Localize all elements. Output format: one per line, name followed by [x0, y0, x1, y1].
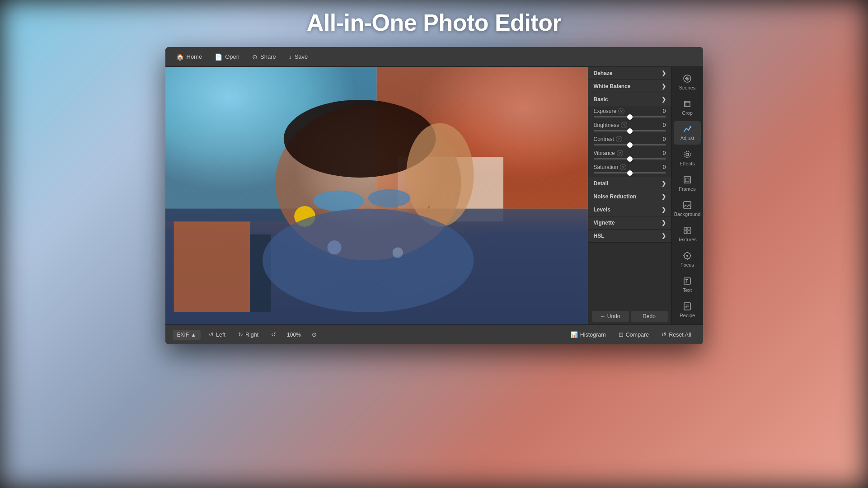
frames-icon: [683, 175, 692, 184]
vibrance-slider[interactable]: [594, 158, 666, 160]
effects-button[interactable]: Effects: [674, 146, 701, 170]
wb-chevron: ❯: [662, 83, 666, 89]
reset-icon: ↺: [662, 331, 666, 338]
brightness-slider[interactable]: [594, 130, 666, 131]
undo-redo-bar: ← Undo Redo: [588, 308, 671, 324]
saturation-thumb[interactable]: [627, 170, 633, 176]
toolbar: 🏠 Home 📄 Open ⊙ Share ↓ Save: [165, 47, 703, 67]
svg-rect-31: [688, 231, 690, 234]
zoom-display: 100%: [284, 332, 304, 338]
reset-all-button[interactable]: ↺ Reset All: [657, 329, 695, 340]
dehaze-section[interactable]: Dehaze ❯: [588, 67, 671, 80]
contrast-row: Contrast ? 0: [594, 136, 666, 142]
open-button[interactable]: 📄 Open: [209, 51, 245, 63]
svg-rect-30: [684, 231, 687, 234]
exposure-info[interactable]: ?: [618, 108, 624, 114]
exposure-row: Exposure ? 0: [594, 108, 666, 114]
svg-point-14: [327, 240, 341, 254]
basic-section[interactable]: Basic ❯: [588, 93, 671, 106]
svg-rect-4: [174, 221, 249, 312]
focus-button[interactable]: Focus: [674, 248, 701, 271]
svg-point-22: [690, 126, 691, 128]
crop-button[interactable]: Crop: [674, 96, 701, 119]
white-balance-section[interactable]: White Balance ❯: [588, 80, 671, 93]
recipe-button[interactable]: Recipe: [674, 298, 701, 322]
compare-icon: ⊡: [619, 331, 624, 338]
svg-point-8: [406, 123, 474, 227]
vibrance-value: 0: [663, 150, 666, 156]
svg-rect-28: [684, 227, 687, 230]
background-button[interactable]: Background: [674, 197, 701, 221]
contrast-value: 0: [663, 136, 666, 142]
textures-button[interactable]: Textures: [674, 222, 701, 246]
zoom-fit-button[interactable]: ⊙: [307, 329, 321, 340]
adjust-icon: [683, 125, 692, 134]
detail-section[interactable]: Detail ❯: [588, 177, 671, 190]
saturation-row: Saturation ? 0: [594, 164, 666, 170]
vignette-section[interactable]: Vignette ❯: [588, 216, 671, 230]
brightness-value: 0: [663, 122, 666, 128]
open-icon: 📄: [215, 53, 222, 61]
home-button[interactable]: 🏠 Home: [171, 51, 208, 63]
background-icon: [683, 201, 692, 210]
exposure-slider[interactable]: [594, 116, 666, 117]
svg-text:♦: ♦: [427, 204, 430, 210]
brightness-info[interactable]: ?: [621, 122, 627, 128]
recipe-icon: [683, 302, 692, 311]
text-icon: T: [683, 277, 692, 286]
share-button[interactable]: ⊙ Share: [247, 51, 282, 63]
basic-chevron: ❯: [662, 96, 666, 103]
svg-point-13: [263, 209, 474, 312]
redo-button[interactable]: Redo: [631, 311, 668, 322]
contrast-slider[interactable]: [594, 144, 666, 145]
main-wrapper: All-in-One Photo Editor 🏠 Home 📄 Open ⊙ …: [0, 0, 868, 488]
zoom-icon: ⊙: [312, 331, 317, 338]
compare-button[interactable]: ⊡ Compare: [614, 329, 653, 340]
svg-rect-26: [685, 178, 689, 182]
frames-button[interactable]: Frames: [674, 172, 701, 195]
levels-section[interactable]: Levels ❯: [588, 203, 671, 216]
effects-icon: [683, 150, 692, 159]
canvas-area[interactable]: ♦: [165, 67, 588, 324]
svg-point-15: [392, 247, 403, 258]
svg-point-18: [686, 78, 688, 80]
rotate-left-button[interactable]: ↺ Left: [204, 329, 230, 340]
contrast-info[interactable]: ?: [616, 136, 622, 142]
contrast-thumb[interactable]: [627, 142, 633, 148]
side-icons-panel: Scenes Crop: [671, 67, 703, 324]
hsl-section[interactable]: HSL ❯: [588, 230, 671, 243]
bottom-bar: EXIF ▲ ↺ Left ↻ Right ↺ 100% ⊙ 📊 Hist: [165, 324, 703, 344]
rotate-right-button[interactable]: ↻ Right: [234, 329, 263, 340]
home-icon: 🏠: [176, 53, 184, 61]
textures-icon: [683, 226, 692, 235]
saturation-info[interactable]: ?: [620, 164, 626, 170]
vibrance-row: Vibrance ? 0: [594, 150, 666, 156]
editor-body: ♦ Dehaze ❯ White Balance ❯: [165, 67, 703, 324]
text-button[interactable]: T Text: [674, 273, 701, 296]
noise-reduction-section[interactable]: Noise Reduction ❯: [588, 190, 671, 203]
histogram-button[interactable]: 📊 Histogram: [566, 329, 610, 340]
vibrance-info[interactable]: ?: [617, 150, 623, 156]
svg-point-23: [684, 151, 690, 158]
brightness-thumb[interactable]: [627, 128, 633, 134]
adjust-button[interactable]: Adjust: [674, 121, 701, 145]
scenes-button[interactable]: Scenes: [674, 70, 701, 94]
focus-icon: [683, 251, 692, 260]
exif-button[interactable]: EXIF ▲: [173, 330, 201, 340]
histogram-icon: 📊: [571, 331, 578, 338]
save-icon: ↓: [289, 53, 292, 61]
photo-canvas: ♦: [165, 67, 588, 324]
reset-view-button[interactable]: ↺: [267, 329, 281, 340]
adjust-panel: Dehaze ❯ White Balance ❯ Basic ❯: [588, 67, 671, 308]
vibrance-thumb[interactable]: [627, 156, 633, 162]
app-title: All-in-One Photo Editor: [307, 9, 561, 36]
saturation-value: 0: [663, 164, 666, 170]
svg-point-10: [368, 189, 410, 207]
svg-rect-19: [685, 101, 690, 107]
undo-button[interactable]: ← Undo: [592, 311, 629, 322]
exposure-thumb[interactable]: [627, 114, 633, 120]
saturation-slider[interactable]: [594, 172, 666, 174]
save-button[interactable]: ↓ Save: [283, 51, 314, 63]
svg-rect-27: [684, 202, 691, 209]
brightness-row: Brightness ? 0: [594, 122, 666, 128]
